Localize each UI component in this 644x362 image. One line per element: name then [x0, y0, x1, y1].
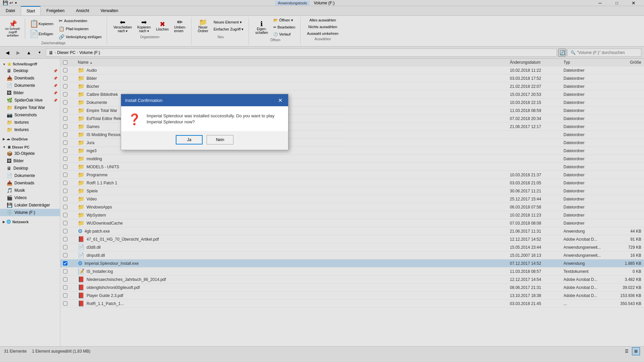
section-schnellzugriff[interactable]: ▼ ⭐ Schnellzugriff [0, 60, 60, 67]
table-row[interactable]: 📁 Bilder 03.03.2018 17:52 Dateiordner [60, 74, 644, 82]
row-checkbox[interactable] [63, 173, 67, 177]
sidebar-item-spideroakhive[interactable]: 🌿 SpiderOak Hive 📌 [0, 97, 60, 104]
section-netzwerk[interactable]: ▶ 🌐 Netzwerk [0, 218, 60, 225]
tab-datei[interactable]: Datei [0, 6, 21, 15]
sidebar-item-downloads[interactable]: 📥 Downloads 📌 [0, 74, 60, 82]
row-checkbox[interactable] [63, 245, 67, 249]
pin-button[interactable]: 📌 An Schnell-zugriffanheften [3, 19, 23, 39]
install-confirmation-dialog[interactable]: Install Confirmation ✕ ❓ Imperial Splend… [121, 94, 288, 150]
easy-access-button[interactable]: Einfacher Zugriff ▾ [211, 26, 246, 33]
tab-ansicht[interactable]: Ansicht [70, 6, 95, 15]
select-all-checkbox[interactable] [63, 60, 67, 65]
table-row[interactable]: 📁 Spiele 30.06.2017 11:21 Dateiordner [60, 187, 644, 195]
minimize-btn[interactable]: ─ [592, 0, 608, 6]
sidebar-item-musik[interactable]: 🎵 Musik [0, 187, 60, 194]
rename-button[interactable]: ✏ Umben-ennen [172, 17, 189, 35]
dropdown-icon[interactable]: ▼ [14, 1, 17, 5]
sidebar-item-desktop-pc[interactable]: 🖥 Desktop [0, 165, 60, 172]
row-checkbox[interactable] [63, 237, 67, 241]
table-row[interactable]: 📁 WindowsApps 06.03.2018 07:58 Dateiordn… [60, 203, 644, 211]
table-row[interactable]: 📕 oldenglishchroni00gileuoft.pdf 08.06.2… [60, 284, 644, 292]
section-dieser-pc[interactable]: ▼ 🖥 Dieser PC [0, 143, 60, 150]
table-row[interactable]: 📁 MODELS - UNITS Dateiordner [60, 163, 644, 171]
paste-shortcut-button[interactable]: 🔗Verknüpfung einfügen [56, 33, 104, 41]
search-box[interactable]: 🔍 [568, 49, 641, 57]
close-btn[interactable]: ✕ [626, 0, 641, 6]
tab-start[interactable]: Start [21, 6, 41, 15]
back-button[interactable]: ◀ [3, 48, 12, 57]
breadcrumb-pc[interactable]: Dieser PC [57, 50, 75, 55]
table-row[interactable]: 📁 Bücher 21.02.2018 22:07 Dateiordner [60, 82, 644, 90]
header-date[interactable]: Änderungsdatum [510, 60, 564, 65]
delete-button[interactable]: ✖ Löschen [154, 19, 171, 33]
up-button[interactable]: ▲ [24, 48, 34, 57]
table-row[interactable]: 📄 dinput8.dll 15.01.2007 16:13 Anwendung… [60, 251, 644, 259]
row-checkbox[interactable] [63, 132, 67, 137]
row-checkbox[interactable] [63, 108, 67, 113]
table-row[interactable]: 📁 WpSystem 10.02.2018 11:23 Dateiordner [60, 211, 644, 219]
row-checkbox[interactable] [63, 140, 67, 145]
dialog-close-button[interactable]: ✕ [276, 96, 284, 104]
table-row[interactable]: 📕 RotR_1.1_Patch_1... 03.03.2018 21:45 .… [60, 300, 644, 308]
forward-button[interactable]: ▶ [13, 48, 23, 57]
row-checkbox[interactable] [63, 181, 67, 185]
row-checkbox[interactable] [63, 293, 67, 298]
row-checkbox[interactable] [63, 84, 67, 88]
breadcrumb-volume[interactable]: Volume (F:) [79, 50, 100, 55]
table-row[interactable]: 📕 47_61_01_HG_70_Übersicht_Artikel.pdf 1… [60, 235, 644, 243]
address-path[interactable]: 🖥 › Dieser PC › Volume (F:) [46, 49, 557, 57]
row-checkbox[interactable] [63, 100, 67, 105]
invert-selection-button[interactable]: Auswahl umkehren [305, 31, 341, 37]
table-row[interactable]: 📁 WUDownloadCache 07.03.2018 08:08 Datei… [60, 219, 644, 227]
sidebar-item-dokumente[interactable]: 📄 Dokumente 📌 [0, 82, 60, 89]
header-size[interactable]: Größe [610, 60, 644, 65]
row-checkbox[interactable] [63, 165, 67, 169]
sidebar-item-bilder[interactable]: 🖼 Bilder 📌 [0, 89, 60, 97]
search-input[interactable] [577, 50, 638, 55]
row-checkbox[interactable] [63, 124, 67, 129]
row-checkbox[interactable] [63, 277, 67, 282]
new-folder-button[interactable]: 📁 NeuerOrdner [196, 17, 211, 35]
table-row[interactable]: 📁 Programme 10.03.2018 21:37 Dateiordner [60, 171, 644, 179]
row-checkbox[interactable] [63, 148, 67, 153]
sidebar-item-desktop[interactable]: 🖥 Desktop 📌 [0, 67, 60, 74]
row-checkbox[interactable] [63, 76, 67, 80]
maximize-btn[interactable]: □ [609, 0, 625, 6]
row-checkbox[interactable] [63, 213, 67, 217]
row-checkbox[interactable] [63, 157, 67, 161]
row-checkbox[interactable] [63, 221, 67, 225]
select-all-button[interactable]: Alles auswählen [307, 17, 338, 23]
row-checkbox[interactable] [63, 253, 67, 257]
row-checkbox[interactable] [63, 189, 67, 193]
details-view-button[interactable]: ☰ [623, 347, 631, 355]
sidebar-item-dokumente-pc[interactable]: 📄 Dokumente [0, 172, 60, 179]
section-onedrive[interactable]: ▶ ☁ OneDrive [0, 135, 60, 142]
row-checkbox[interactable] [63, 116, 67, 121]
table-row[interactable]: 📕 Niedersaechsisches_Jahrbuch_86_2014.pd… [60, 276, 644, 284]
sidebar-item-textures2[interactable]: 📁 textures [0, 126, 60, 133]
row-checkbox[interactable] [63, 197, 67, 201]
table-row[interactable]: 📁 Audio 10.02.2018 11:22 Dateiordner [60, 66, 644, 74]
table-row[interactable]: 📄 d3d8.dll 15.05.2014 23:44 Anwendungser… [60, 243, 644, 251]
sidebar-item-downloads-pc[interactable]: 📥 Downloads [0, 179, 60, 187]
save-icon[interactable]: 💾 [3, 0, 8, 5]
table-row[interactable]: 📕 Player Guide 2.3.pdf 13.10.2017 18:38 … [60, 292, 644, 300]
select-none-button[interactable]: Nichts auswählen [306, 24, 339, 30]
row-checkbox[interactable] [63, 229, 67, 233]
header-type[interactable]: Typ [564, 60, 610, 65]
table-row[interactable]: 📁 modding Dateiordner [60, 155, 644, 163]
table-row[interactable]: 📁 RotR 1.1 Patch 1 03.03.2018 21:05 Date… [60, 179, 644, 187]
copy-to-button[interactable]: ➡ Kopierennach ▾ [135, 17, 153, 35]
copy-path-button[interactable]: 📋Pfad kopieren [56, 25, 104, 33]
sidebar-item-volume-f[interactable]: 💿 Volume (F:) [0, 209, 60, 216]
sidebar-item-bilder-pc[interactable]: 🖼 Bilder [0, 157, 60, 165]
cut-button[interactable]: ✂Ausschneiden [56, 17, 104, 24]
copy-button[interactable]: 📋 Kopieren [27, 19, 56, 28]
header-name[interactable]: Name ▲ [70, 60, 510, 65]
tab-freigeben[interactable]: Freigeben [41, 6, 70, 15]
row-checkbox[interactable] [63, 301, 67, 306]
dialog-nein-button[interactable]: Nein [207, 135, 233, 144]
move-to-button[interactable]: ⬅ Verschiebennach ▾ [111, 17, 134, 35]
table-row[interactable]: ⚙ 4gb patch.exe 21.06.2017 11:31 Anwendu… [60, 227, 644, 235]
history-button[interactable]: 🕐 Verlauf [271, 31, 298, 38]
